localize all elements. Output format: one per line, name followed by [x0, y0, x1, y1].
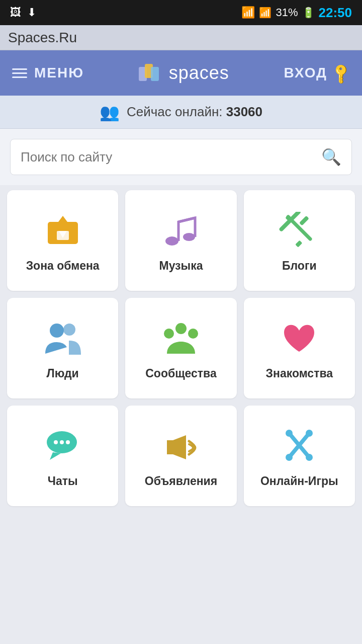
svg-point-30: [306, 454, 313, 461]
dating-label: Знакомства: [266, 367, 333, 380]
grid-card-communities[interactable]: Сообщества: [125, 298, 236, 398]
svg-point-18: [164, 329, 174, 339]
exchange-icon: [43, 212, 83, 250]
hamburger-icon: [12, 68, 27, 78]
menu-button[interactable]: МЕНЮ: [12, 65, 84, 81]
communities-label: Сообщества: [145, 367, 217, 380]
grid-card-ads[interactable]: Объявления: [125, 406, 236, 506]
blogs-icon: [279, 212, 319, 250]
svg-line-9: [178, 218, 195, 222]
exchange-label: Зона обмена: [26, 259, 100, 273]
svg-point-29: [286, 454, 293, 461]
chats-icon: [43, 427, 83, 465]
key-icon: 🔑: [329, 61, 353, 85]
blogs-label: Блоги: [282, 259, 317, 273]
music-label: Музыка: [159, 259, 203, 273]
title-bar: Spaces.Ru: [0, 25, 362, 50]
svg-point-15: [50, 324, 64, 338]
svg-point-17: [175, 323, 187, 334]
svg-marker-21: [50, 452, 61, 460]
status-bar: 🖼 ⬇ 📶 📶 31% 🔋 22:50: [0, 0, 362, 25]
logo-area: spaces: [139, 62, 229, 84]
online-bar: 👥 Сейчас онлайн: 33060: [0, 96, 362, 129]
grid-card-music[interactable]: Музыка: [125, 190, 236, 291]
svg-point-23: [60, 440, 64, 444]
wifi-icon: 📶: [241, 6, 255, 19]
svg-point-28: [306, 430, 313, 437]
login-label: ВХОД: [284, 65, 327, 81]
logo-icon: [139, 63, 164, 83]
grid-card-blogs[interactable]: Блоги: [244, 190, 355, 291]
online-users-icon: 👥: [100, 103, 120, 122]
chats-label: Чаты: [48, 474, 78, 488]
search-icon: 🔍: [321, 148, 341, 166]
games-icon: [279, 427, 319, 465]
svg-rect-11: [299, 215, 309, 225]
svg-point-27: [286, 430, 293, 437]
online-count: 33060: [226, 104, 262, 119]
svg-point-19: [188, 329, 198, 339]
people-label: Люди: [47, 367, 79, 380]
nav-bar: МЕНЮ spaces ВХОД 🔑: [0, 50, 362, 96]
svg-point-24: [66, 440, 70, 444]
svg-point-8: [183, 233, 195, 241]
grid-card-people[interactable]: Люди: [7, 298, 118, 398]
grid-card-exchange[interactable]: Зона обмена: [7, 190, 118, 291]
page-title: Spaces.Ru: [8, 30, 77, 46]
grid-container: Зона обменаМузыкаБлогиЛюдиСообществаЗнак…: [0, 185, 362, 511]
svg-point-7: [165, 236, 178, 246]
login-button[interactable]: ВХОД 🔑: [284, 65, 350, 82]
search-input[interactable]: [21, 149, 316, 165]
dating-icon: [279, 319, 319, 358]
signal-icon: 📶: [259, 7, 272, 19]
search-container: 🔍: [0, 129, 362, 185]
games-label: Онлайн-Игры: [260, 474, 338, 488]
battery-text: 31%: [276, 6, 298, 19]
people-icon: [43, 319, 83, 358]
svg-rect-2: [151, 67, 159, 81]
grid-card-chats[interactable]: Чаты: [7, 406, 118, 506]
grid-card-games[interactable]: Онлайн-Игры: [244, 406, 355, 506]
svg-marker-4: [55, 216, 70, 226]
ads-label: Объявления: [145, 474, 217, 488]
search-box: 🔍: [10, 139, 352, 175]
time-display: 22:50: [319, 5, 352, 21]
svg-point-16: [63, 324, 75, 336]
communities-icon: [161, 319, 201, 358]
screenshot-icon: 🖼: [10, 6, 21, 19]
battery-icon: 🔋: [302, 7, 315, 19]
grid-card-dating[interactable]: Знакомства: [244, 298, 355, 398]
music-icon: [161, 212, 201, 250]
menu-label: МЕНЮ: [34, 65, 84, 81]
svg-rect-12: [296, 240, 303, 247]
online-text: Сейчас онлайн: 33060: [127, 104, 262, 120]
logo-text: spaces: [169, 62, 229, 84]
download-status-icon: ⬇: [27, 6, 36, 19]
search-button[interactable]: 🔍: [321, 147, 341, 167]
ads-icon: [161, 427, 201, 465]
svg-point-22: [54, 440, 58, 444]
